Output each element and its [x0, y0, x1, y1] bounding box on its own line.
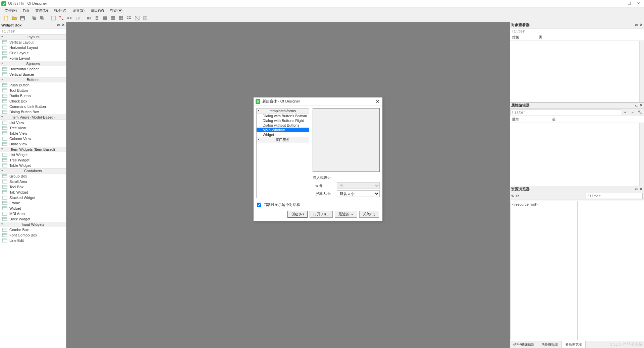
edit-widgets-icon[interactable] — [50, 15, 57, 21]
menu-form[interactable]: 窗体(O) — [33, 7, 51, 14]
dialog-close-icon[interactable]: ✕ — [376, 99, 380, 104]
widget-item[interactable]: Dialog Button Box — [0, 109, 66, 115]
widget-item[interactable]: Scroll Area — [0, 179, 66, 184]
widget-item[interactable]: Vertical Layout — [0, 40, 66, 45]
widget-category[interactable]: Item Widgets (Item-Based) — [0, 147, 66, 152]
widget-item[interactable]: Table View — [0, 131, 66, 136]
widget-item[interactable]: Tree Widget — [0, 157, 66, 163]
dock-float-icon[interactable]: ▭ — [635, 23, 638, 27]
widget-item[interactable]: Horizontal Layout — [0, 45, 66, 50]
widget-box-filter[interactable] — [0, 28, 66, 34]
resource-view[interactable] — [579, 201, 643, 340]
widget-item[interactable]: Dock Widget — [0, 216, 66, 222]
widget-category[interactable]: Input Widgets — [0, 222, 66, 227]
tab-signal-slot-editor[interactable]: 信号/槽编辑器 — [510, 341, 538, 348]
edit-resources-icon[interactable]: ✎ — [511, 194, 514, 198]
widget-item[interactable]: List Widget — [0, 152, 66, 157]
widget-item[interactable]: Widget — [0, 206, 66, 211]
adjust-size-icon[interactable] — [142, 15, 149, 21]
menu-view[interactable]: 视图(V) — [51, 7, 69, 14]
open-button[interactable]: 打开(O)... — [310, 211, 333, 218]
resource-filter[interactable] — [586, 193, 643, 199]
template-tree[interactable]: ▾templates\forms Dialog with Buttons Bot… — [256, 108, 309, 198]
widget-category[interactable]: Item Views (Model-Based) — [0, 115, 66, 120]
layout-grid-icon[interactable] — [117, 15, 125, 21]
widget-item[interactable]: Tool Button — [0, 88, 66, 93]
create-button[interactable]: 创建(R) — [287, 211, 307, 218]
widget-category[interactable]: Layouts — [0, 34, 66, 40]
widget-item[interactable]: Tab Widget — [0, 190, 66, 195]
widget-item[interactable]: Grid Layout — [0, 50, 66, 56]
layout-h-icon[interactable] — [85, 15, 93, 21]
template-item[interactable]: Widget — [257, 132, 309, 137]
layout-vsplit-icon[interactable] — [109, 15, 117, 21]
dock-float-icon[interactable]: ▭ — [635, 187, 638, 191]
template-item[interactable]: Main Window — [257, 128, 309, 132]
property-filter[interactable] — [511, 109, 621, 115]
menu-window[interactable]: 窗口(W) — [88, 7, 107, 14]
save-file-icon[interactable] — [19, 15, 26, 21]
tab-action-editor[interactable]: 动作编辑器 — [538, 341, 562, 348]
configure-property-icon[interactable]: 🔧 — [637, 109, 643, 115]
widget-item[interactable]: Table Widget — [0, 163, 66, 168]
scrollbar[interactable] — [639, 123, 644, 186]
widget-item[interactable]: Line Edit — [0, 238, 66, 243]
resource-tree[interactable]: <resource root> — [511, 201, 578, 340]
widget-item[interactable]: Radio Button — [0, 93, 66, 98]
dock-close-icon[interactable]: ✕ — [640, 103, 643, 108]
new-file-icon[interactable] — [3, 15, 10, 21]
screen-size-select[interactable]: 默认大小 — [337, 190, 380, 197]
widget-item[interactable]: Combo Box — [0, 227, 66, 232]
add-property-icon[interactable]: + — [622, 109, 629, 115]
widget-item[interactable]: Column View — [0, 136, 66, 141]
break-layout-icon[interactable] — [133, 15, 141, 21]
edit-signals-icon[interactable] — [58, 15, 65, 21]
layout-form-icon[interactable] — [125, 15, 133, 21]
object-inspector-filter[interactable] — [510, 28, 644, 34]
menu-edit[interactable]: Edit — [20, 8, 32, 13]
bring-front-icon[interactable] — [38, 15, 46, 21]
widget-item[interactable]: Tree View — [0, 125, 66, 131]
template-item[interactable]: Dialog with Buttons Bottom — [257, 114, 309, 118]
widget-item[interactable]: Tool Box — [0, 184, 66, 190]
layout-v-icon[interactable] — [93, 15, 101, 21]
class-col-header[interactable]: 类 — [539, 35, 542, 40]
object-col-header[interactable]: 对象 — [512, 35, 539, 40]
object-tree[interactable] — [510, 41, 644, 102]
layout-hsplit-icon[interactable] — [101, 15, 109, 21]
widget-item[interactable]: Frame — [0, 200, 66, 206]
widget-item[interactable]: Vertical Spacer — [0, 72, 66, 77]
menu-file[interactable]: 文件(F) — [2, 7, 19, 14]
dock-float-icon[interactable]: ▭ — [57, 23, 60, 27]
widget-item[interactable]: Undo View — [0, 141, 66, 147]
widget-category[interactable]: Spacers — [0, 61, 66, 66]
widget-category[interactable]: Buttons — [0, 77, 66, 82]
template-item[interactable]: Dialog without Buttons — [257, 123, 309, 128]
remove-property-icon[interactable]: − — [629, 109, 636, 115]
menu-help[interactable]: 帮助(H) — [107, 7, 125, 14]
widget-item[interactable]: Stacked Widget — [0, 195, 66, 200]
property-tree[interactable] — [510, 123, 644, 186]
maximize-icon[interactable]: ☐ — [628, 1, 631, 6]
recent-button[interactable]: 最近的▼ — [335, 211, 357, 218]
tab-resource-browser[interactable]: 资源浏览器 — [562, 341, 586, 348]
menu-settings[interactable]: 设置(S) — [70, 7, 88, 14]
dock-close-icon[interactable]: ✕ — [62, 23, 65, 27]
widget-category[interactable]: Containers — [0, 168, 66, 173]
edit-taborder-icon[interactable]: 12 — [74, 15, 81, 21]
show-on-startup-checkbox[interactable] — [257, 203, 261, 207]
close-button[interactable]: 关闭(C) — [359, 211, 379, 218]
dock-close-icon[interactable]: ✕ — [640, 187, 643, 191]
dock-close-icon[interactable]: ✕ — [640, 23, 643, 27]
scrollbar[interactable] — [639, 41, 644, 102]
minimize-icon[interactable]: — — [618, 1, 622, 6]
dock-float-icon[interactable]: ▭ — [635, 103, 638, 108]
widget-item[interactable]: MDI Area — [0, 211, 66, 216]
widget-box-list[interactable]: LayoutsVertical LayoutHorizontal LayoutG… — [0, 34, 66, 348]
widget-item[interactable]: Command Link Button — [0, 104, 66, 109]
reload-resources-icon[interactable]: ⟳ — [516, 194, 519, 198]
widget-item[interactable]: Check Box — [0, 98, 66, 104]
widget-item[interactable]: Push Button — [0, 82, 66, 88]
template-item[interactable]: Dialog with Buttons Right — [257, 118, 309, 123]
widget-item[interactable]: List View — [0, 120, 66, 125]
